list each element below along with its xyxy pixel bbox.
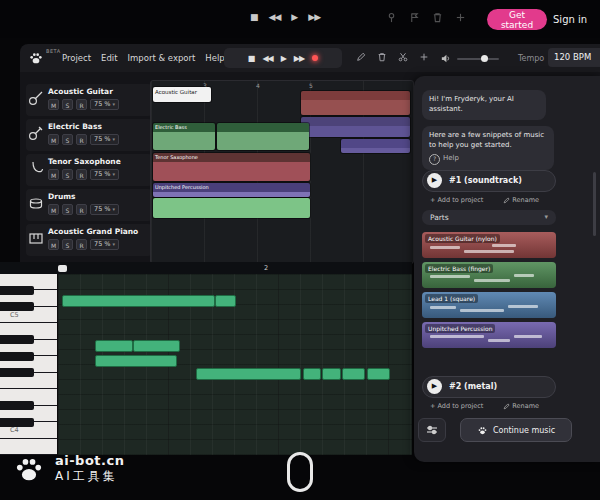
track-acoustic-guitar[interactable]: Acoustic Guitar M S R 75 %▾ xyxy=(26,84,152,116)
track-electric-bass[interactable]: Electric Bass M S R 75 %▾ xyxy=(26,119,152,151)
rewind-icon[interactable]: ◀◀ xyxy=(269,12,281,22)
mute-button[interactable]: M xyxy=(48,204,59,215)
trash-icon[interactable] xyxy=(432,12,443,23)
mute-button[interactable]: M xyxy=(48,99,59,110)
menu-project[interactable]: Project xyxy=(62,53,91,63)
record-icon[interactable] xyxy=(312,55,318,61)
continue-music-button[interactable]: Continue music xyxy=(460,418,572,442)
app-logo-paw-icon[interactable] xyxy=(28,50,44,66)
volume-control[interactable]: 75 %▾ xyxy=(90,239,119,250)
rename-button[interactable]: Rename xyxy=(503,196,539,204)
sign-in-link[interactable]: Sign in xyxy=(553,14,587,25)
mixer-settings-button[interactable] xyxy=(418,418,446,442)
midi-note[interactable] xyxy=(303,368,321,380)
pencil-icon[interactable] xyxy=(356,52,366,62)
parts-dropdown[interactable]: Parts▾ xyxy=(422,210,556,225)
ai-assistant-panel: Hi! I'm Fryderyk, your AI assistant. Her… xyxy=(414,76,600,462)
play-icon[interactable]: ▶ xyxy=(281,54,286,63)
piano-black-key[interactable] xyxy=(0,335,34,344)
mute-button[interactable]: M xyxy=(48,134,59,145)
get-started-button[interactable]: Get started xyxy=(487,9,547,30)
track-drums[interactable]: Drums M S R 75 %▾ xyxy=(26,189,152,221)
piano-black-key[interactable] xyxy=(0,352,34,361)
menu-edit[interactable]: Edit xyxy=(101,53,117,63)
clip-acoustic-guitar[interactable]: Acoustic Guitar xyxy=(153,87,211,102)
midi-note[interactable] xyxy=(62,295,215,307)
play-icon[interactable]: ▶ xyxy=(427,173,442,188)
snippet-2-pill[interactable]: ▶ #2 (metal) xyxy=(422,376,556,398)
arrangement-grid[interactable]: 3 4 5 Acoustic Guitar Electric Bass xyxy=(150,80,414,264)
part-card-lead-1[interactable]: Lead 1 (square) xyxy=(422,292,556,318)
part-card-acoustic-guitar[interactable]: Acoustic Guitar (nylon) xyxy=(422,232,556,258)
clip-purple-small[interactable] xyxy=(341,139,410,153)
clip-green[interactable] xyxy=(217,123,309,150)
volume-control[interactable]: 75 %▾ xyxy=(90,99,119,110)
clip-tenor-saxophone[interactable]: Tenor Saxophone xyxy=(153,153,310,181)
part-card-electric-bass[interactable]: Electric Bass (finger) xyxy=(422,262,556,288)
midi-note[interactable] xyxy=(196,368,301,380)
stop-icon[interactable]: ■ xyxy=(248,54,255,63)
record-arm-button[interactable]: R xyxy=(76,169,87,180)
flag-icon[interactable] xyxy=(409,12,420,23)
midi-note[interactable] xyxy=(95,340,133,352)
panel-scrollbar[interactable] xyxy=(593,172,596,236)
clip-electric-bass[interactable]: Electric Bass xyxy=(153,123,215,150)
midi-note[interactable] xyxy=(215,295,236,307)
volume-slider-knob[interactable] xyxy=(481,55,488,62)
speaker-icon[interactable] xyxy=(440,53,451,64)
plus-icon[interactable] xyxy=(455,12,466,23)
midi-note[interactable] xyxy=(133,340,180,352)
play-icon[interactable]: ▶ xyxy=(291,12,297,22)
mute-button[interactable]: M xyxy=(48,239,59,250)
plus-icon[interactable] xyxy=(419,52,429,62)
pin-icon[interactable] xyxy=(386,12,397,23)
piano-black-key[interactable] xyxy=(0,286,34,295)
clip-green-selected[interactable] xyxy=(153,198,310,218)
add-to-project-button[interactable]: + Add to project xyxy=(430,196,483,204)
snippet-1-pill[interactable]: ▶ #1 (soundtrack) xyxy=(422,170,556,192)
clip-red[interactable] xyxy=(301,91,410,115)
menu-import-export[interactable]: Import & export xyxy=(128,53,196,63)
midi-note[interactable] xyxy=(95,355,177,367)
menu-help[interactable]: Help xyxy=(205,53,224,63)
midi-note[interactable] xyxy=(342,368,365,380)
scissors-icon[interactable] xyxy=(398,52,408,62)
volume-control[interactable]: 75 %▾ xyxy=(90,169,119,180)
help-link[interactable]: ? Help xyxy=(429,154,547,165)
record-arm-button[interactable]: R xyxy=(76,204,87,215)
record-arm-button[interactable]: R xyxy=(76,239,87,250)
part-card-unpitched-percussion[interactable]: Unpitched Percussion xyxy=(422,322,556,348)
record-arm-button[interactable]: R xyxy=(76,134,87,145)
fast-forward-icon[interactable]: ▶▶ xyxy=(294,54,304,63)
volume-control[interactable]: 75 %▾ xyxy=(90,204,119,215)
trash-icon[interactable] xyxy=(377,52,387,62)
track-tenor-saxophone[interactable]: Tenor Saxophone M S R 75 %▾ xyxy=(26,154,152,186)
rename-button[interactable]: Rename xyxy=(503,402,539,410)
fast-forward-icon[interactable]: ▶▶ xyxy=(308,12,320,22)
solo-button[interactable]: S xyxy=(62,99,73,110)
volume-control[interactable]: 75 %▾ xyxy=(90,134,119,145)
midi-note[interactable] xyxy=(367,368,390,380)
loop-start-marker[interactable] xyxy=(58,265,67,272)
piano-black-key[interactable] xyxy=(0,401,34,410)
add-to-project-button[interactable]: + Add to project xyxy=(430,402,483,410)
chevron-down-icon: ▾ xyxy=(113,100,116,109)
volume-slider[interactable] xyxy=(457,58,499,60)
play-icon[interactable]: ▶ xyxy=(427,379,442,394)
piano-black-key[interactable] xyxy=(0,368,34,377)
note-grid[interactable] xyxy=(58,274,412,455)
assistant-intro-text: Here are a few snippets of music to help… xyxy=(429,131,544,149)
solo-button[interactable]: S xyxy=(62,204,73,215)
record-arm-button[interactable]: R xyxy=(76,99,87,110)
solo-button[interactable]: S xyxy=(62,134,73,145)
midi-note[interactable] xyxy=(322,368,341,380)
track-acoustic-grand-piano[interactable]: Acoustic Grand Piano M S R 75 %▾ xyxy=(26,224,152,256)
tempo-value[interactable]: 120 BPM xyxy=(548,48,600,67)
clip-purple[interactable] xyxy=(301,117,410,137)
rewind-icon[interactable]: ◀◀ xyxy=(262,54,272,63)
solo-button[interactable]: S xyxy=(62,169,73,180)
mute-button[interactable]: M xyxy=(48,169,59,180)
clip-unpitched-percussion[interactable]: Unpitched Percussion xyxy=(153,183,310,197)
stop-icon[interactable]: ■ xyxy=(250,12,258,22)
solo-button[interactable]: S xyxy=(62,239,73,250)
